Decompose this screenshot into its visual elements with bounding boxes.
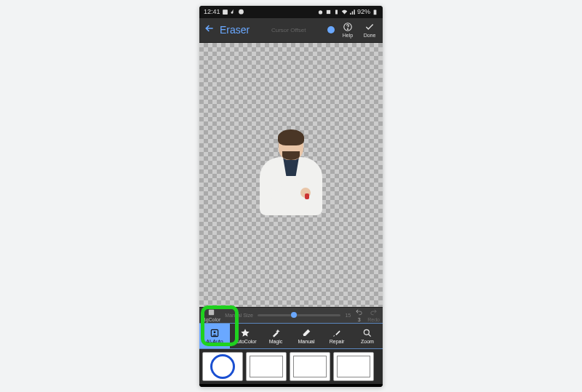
svg-rect-5 (374, 9, 377, 15)
undo-button[interactable]: 3 (355, 308, 363, 322)
thumbnail-item[interactable] (202, 352, 243, 381)
control-strip: BgColor Manual Size 15 3 Redo (199, 307, 383, 323)
vibrate-icon (333, 9, 340, 15)
thumbnail-item[interactable] (246, 352, 287, 381)
svg-point-2 (319, 10, 322, 14)
tool-auto-color[interactable]: AutoColor (230, 324, 260, 348)
soft-nav-bar (199, 384, 383, 387)
done-button[interactable]: Done (361, 22, 378, 38)
magnifier-icon (362, 328, 372, 338)
status-battery-text: 92% (357, 8, 370, 15)
battery-icon (372, 9, 378, 15)
tool-row: AI-Auto AutoColor Magic Manual Repair Zo… (199, 323, 383, 349)
star-icon (240, 328, 250, 338)
status-bar: 12:41 92% (199, 6, 383, 18)
size-slider-label: Manual Size (225, 313, 253, 318)
phone-screen: 12:41 92% Eraser Cursor Offset Help (199, 6, 383, 387)
tool-zoom[interactable]: Zoom (352, 324, 383, 348)
tiktok-icon (230, 9, 236, 15)
thumbnail-item[interactable] (333, 352, 374, 381)
svg-rect-3 (327, 9, 330, 13)
editing-canvas[interactable] (199, 43, 383, 307)
signal-icon (349, 9, 356, 15)
header-slider-label: Cursor Offset (254, 27, 323, 33)
image-icon (222, 9, 228, 15)
thumbnail-strip[interactable] (199, 349, 383, 384)
wifi-icon (341, 9, 348, 15)
tool-repair[interactable]: Repair (322, 324, 352, 348)
app-header: Eraser Cursor Offset Help Done (199, 18, 383, 43)
wand-icon (271, 328, 281, 338)
page-title: Eraser (220, 24, 254, 36)
redo-button[interactable]: Redo (367, 308, 380, 322)
tool-magic[interactable]: Magic (260, 324, 291, 348)
svg-point-10 (214, 331, 216, 333)
svg-rect-0 (223, 9, 228, 15)
nfc-icon (325, 9, 332, 15)
tool-manual[interactable]: Manual (291, 324, 322, 348)
subject-cutout (260, 131, 322, 218)
svg-point-11 (364, 329, 369, 335)
eraser-icon (301, 328, 311, 338)
bgcolor-button[interactable]: BgColor (202, 308, 220, 322)
svg-rect-4 (335, 9, 338, 14)
tool-ai-auto[interactable]: AI-Auto (199, 324, 230, 348)
brush-icon (332, 328, 342, 338)
thumbnail-item[interactable] (290, 352, 330, 381)
alarm-icon (317, 9, 324, 15)
size-slider[interactable] (258, 314, 341, 316)
ai-auto-icon (210, 328, 220, 338)
status-time: 12:41 (204, 8, 220, 15)
svg-point-7 (348, 28, 348, 29)
help-button[interactable]: Help (339, 22, 356, 38)
size-slider-value: 15 (345, 313, 351, 318)
svg-point-1 (239, 9, 244, 14)
offset-slider-thumb[interactable] (327, 26, 335, 33)
messenger-icon (238, 9, 244, 15)
svg-rect-8 (209, 309, 214, 314)
back-icon[interactable] (204, 23, 215, 37)
